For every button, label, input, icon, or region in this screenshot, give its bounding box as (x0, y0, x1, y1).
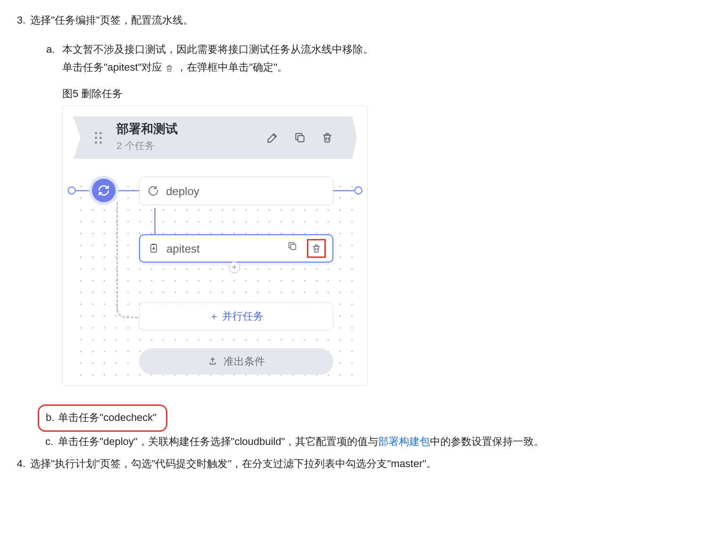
stage-subtitle: 2 个任务 (116, 138, 258, 154)
delete-apitest-button[interactable] (307, 239, 326, 258)
pipeline-stage-card: 部署和测试 2 个任务 (62, 106, 368, 386)
cycle-icon (147, 185, 159, 197)
step-4-number: 4. (14, 456, 25, 472)
rail-cap-right (354, 186, 363, 195)
task-deploy[interactable]: deploy (139, 177, 333, 205)
subitem-b-highlight: b. 单击任务"codecheck" (38, 404, 167, 432)
copy-icon[interactable] (293, 131, 307, 145)
exit-conditions-button[interactable]: 准出条件 (139, 348, 333, 375)
stage-body: 部署和测试 2 个任务 (86, 116, 344, 159)
subitem-a-line2-after: ，在弹框中单击"确定"。 (176, 59, 288, 75)
figure-caption: 图5 删除任务 (62, 86, 714, 102)
pipeline-canvas: deploy apitest (73, 179, 357, 377)
stage-title: 部署和测试 (116, 122, 258, 136)
sublist: a. 本文暂不涉及接口测试，因此需要将接口测试任务从流水线中移除。 单击任务"a… (14, 41, 714, 399)
refresh-icon (97, 184, 110, 197)
rail-cap-left (67, 186, 76, 195)
svg-rect-4 (290, 245, 296, 250)
task-deploy-label: deploy (166, 182, 326, 200)
subitem-c-text-before: 单击任务"deploy"，关联构建任务选择"cloudbuild"，其它配置项的… (58, 436, 378, 447)
stage-notch-right (344, 116, 357, 159)
subitem-b-wrapper: b. 单击任务"codecheck" (14, 404, 714, 432)
subitem-c-text-after: 中的参数设置保持一致。 (430, 436, 544, 447)
trash-icon (311, 243, 322, 254)
step-4-text: 选择"执行计划"页签，勾选"代码提交时触发"，在分支过滤下拉列表中勾选分支"ma… (30, 456, 437, 472)
trash-icon (164, 63, 174, 74)
edit-icon[interactable] (265, 131, 280, 145)
dashed-connector-curve (116, 304, 140, 318)
solid-connector (154, 208, 156, 236)
dashed-connector (116, 202, 118, 311)
subitem-a-label: a. (46, 41, 58, 399)
add-serial-task-button[interactable]: + (229, 262, 240, 273)
step-3: 3. 选择"任务编排"页签，配置流水线。 (14, 12, 714, 28)
stage-notch-left (73, 116, 86, 159)
stage-header[interactable]: 部署和测试 2 个任务 (73, 116, 357, 159)
stage-start-node[interactable] (92, 179, 116, 202)
subitem-a-line2: 单击任务"apitest"对应 ，在弹框中单击"确定"。 (62, 59, 714, 75)
svg-marker-0 (73, 116, 86, 159)
task-apitest-label: apitest (166, 240, 279, 257)
copy-icon[interactable] (285, 239, 299, 253)
share-icon (207, 356, 218, 367)
subitem-b-label: b. (46, 410, 54, 426)
exit-conditions-label: 准出条件 (223, 354, 265, 370)
svg-marker-2 (344, 116, 357, 159)
step-3-number: 3. (14, 12, 25, 28)
step-4: 4. 选择"执行计划"页签，勾选"代码提交时触发"，在分支过滤下拉列表中勾选分支… (14, 456, 714, 472)
drag-handle-icon[interactable] (95, 132, 104, 144)
clipboard-icon (148, 242, 160, 255)
add-parallel-task-button[interactable]: ＋ 并行任务 (139, 302, 333, 330)
svg-rect-1 (298, 136, 304, 142)
subitem-c-label: c. (45, 434, 53, 450)
step-3-text: 选择"任务编排"页签，配置流水线。 (30, 12, 193, 28)
subitem-a-line1: 本文暂不涉及接口测试，因此需要将接口测试任务从流水线中移除。 (62, 41, 714, 58)
trash-icon[interactable] (320, 131, 334, 145)
add-parallel-task-label: ＋ 并行任务 (209, 308, 264, 324)
deploy-build-package-link[interactable]: 部署构建包 (378, 436, 430, 447)
subitem-a-line2-before: 单击任务"apitest"对应 (62, 59, 162, 75)
subitem-b-text: 单击任务"codecheck" (58, 410, 157, 426)
task-apitest[interactable]: apitest (139, 234, 333, 263)
subitem-a: a. 本文暂不涉及接口测试，因此需要将接口测试任务从流水线中移除。 单击任务"a… (46, 41, 714, 399)
subitem-c: c. 单击任务"deploy"，关联构建任务选择"cloudbuild"，其它配… (14, 434, 714, 450)
